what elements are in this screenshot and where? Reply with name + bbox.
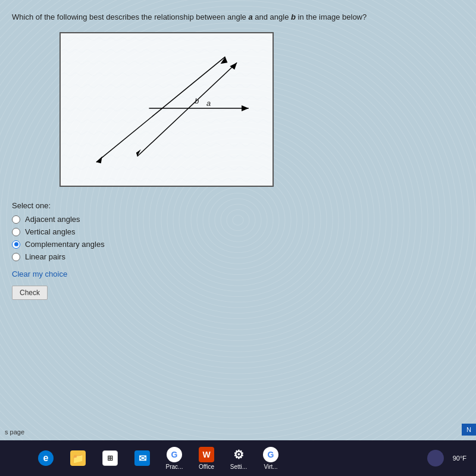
taskbar-virt[interactable]: G Virt...: [256, 444, 286, 472]
angle-diagram: b a: [61, 33, 273, 186]
settings-icon: ⚙: [231, 447, 246, 462]
settings-label: Setti...: [230, 464, 247, 470]
windows-icon: [10, 452, 23, 465]
mail-icon: ✉: [134, 450, 150, 466]
practice-icon: G: [167, 447, 182, 462]
check-button[interactable]: Check: [12, 286, 48, 300]
clear-choice-link[interactable]: Clear my choice: [12, 270, 67, 278]
svg-rect-0: [61, 33, 272, 186]
office-icon: W: [199, 447, 214, 462]
select-label: Select one:: [12, 201, 464, 210]
taskbar-settings[interactable]: ⚙ Setti...: [224, 444, 253, 472]
taskbar-edge[interactable]: e: [31, 448, 61, 468]
option-vertical[interactable]: Vertical angles: [12, 227, 464, 236]
question-middle: and angle: [253, 12, 291, 21]
option-complementary-label: Complementary angles: [25, 240, 105, 249]
option-linear[interactable]: Linear pairs: [12, 252, 464, 261]
option-vertical-label: Vertical angles: [25, 227, 76, 236]
diagram-container: b a: [60, 32, 274, 187]
question-suffix: in the image below?: [296, 12, 367, 21]
option-linear-label: Linear pairs: [25, 252, 65, 261]
option-adjacent[interactable]: Adjacent angles: [12, 215, 464, 224]
taskbar-mail[interactable]: ✉: [127, 448, 157, 468]
virt-label: Virt...: [264, 464, 277, 470]
option-adjacent-label: Adjacent angles: [25, 215, 80, 224]
svg-text:b: b: [195, 96, 199, 105]
svg-text:a: a: [206, 99, 211, 108]
practice-label: Prac...: [166, 464, 183, 470]
next-button[interactable]: N: [462, 424, 476, 436]
taskbar-office[interactable]: W Office: [192, 444, 221, 472]
taskbar-time: 90°F: [453, 455, 466, 462]
radio-linear[interactable]: [12, 253, 20, 261]
radio-vertical[interactable]: [12, 228, 20, 236]
edge-icon: e: [38, 450, 54, 466]
angle-a-label: a: [248, 12, 252, 21]
taskbar-grid[interactable]: ⊞: [95, 448, 125, 468]
page-label: s page: [5, 428, 24, 436]
profile-icon: [427, 450, 444, 466]
virt-icon: G: [263, 447, 278, 462]
folder-icon: 📁: [70, 450, 86, 466]
radio-complementary[interactable]: [12, 240, 20, 249]
grid-icon: ⊞: [102, 450, 118, 466]
question-text: Which of the following best describes th…: [12, 12, 464, 23]
options-list: Adjacent angles Vertical angles Compleme…: [12, 215, 464, 261]
taskbar-profile[interactable]: [421, 447, 450, 469]
taskbar-folder[interactable]: 📁: [63, 448, 93, 468]
radio-adjacent[interactable]: [12, 215, 20, 224]
taskbar: e 📁 ⊞ ✉ G Prac... W Office ⚙ Setti... G …: [0, 440, 476, 476]
taskbar-windows[interactable]: [5, 449, 29, 467]
taskbar-practice[interactable]: G Prac...: [159, 444, 189, 472]
angle-b-label: b: [291, 12, 296, 21]
option-complementary[interactable]: Complementary angles: [12, 240, 464, 249]
office-label: Office: [199, 464, 214, 470]
main-content: Which of the following best describes th…: [0, 0, 476, 440]
question-prefix: Which of the following best describes th…: [12, 12, 248, 21]
